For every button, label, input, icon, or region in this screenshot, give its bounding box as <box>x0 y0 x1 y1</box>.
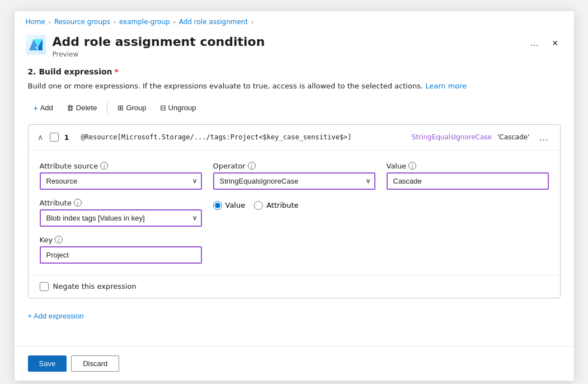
radio-value-text: Value <box>225 201 246 209</box>
radio-attribute-input[interactable] <box>254 201 263 210</box>
expression-body: Attribute source i Resource Environment … <box>29 151 560 275</box>
negate-row: Negate this expression <box>40 282 549 291</box>
required-indicator: * <box>115 67 119 76</box>
expression-code: @Resource[Microsoft.Storage/.../tags:Pro… <box>81 133 406 141</box>
content-area: 2. Build expression * Build one or more … <box>15 67 574 346</box>
title-group: Add role assignment condition Preview <box>53 35 265 58</box>
key-info-icon[interactable]: i <box>55 236 63 243</box>
key-input[interactable] <box>40 246 202 264</box>
ungroup-icon: ⊟ <box>160 104 166 112</box>
dialog-container: Home › Resource groups › example-group ›… <box>15 11 574 381</box>
group-label: Group <box>126 104 146 112</box>
group-button[interactable]: ⊞ Group <box>112 101 152 115</box>
attribute-source-label: Attribute source i <box>40 162 202 170</box>
learn-more-link[interactable]: Learn more <box>425 82 467 90</box>
add-label: Add <box>40 104 53 112</box>
collapse-button[interactable]: ∧ <box>36 132 44 143</box>
key-label: Key i <box>40 236 202 244</box>
breadcrumb: Home › Resource groups › example-group ›… <box>15 11 574 30</box>
breadcrumb-chevron-2: › <box>114 19 116 25</box>
group-icon: ⊞ <box>117 104 124 112</box>
attribute-field: Attribute i Blob index tags [Values in k… <box>40 199 202 227</box>
header-actions: ... × <box>526 35 563 51</box>
expression-value: 'Cascade' <box>497 133 530 141</box>
attribute-source-info-icon[interactable]: i <box>100 162 108 170</box>
operator-select[interactable]: StringEqualsIgnoreCase StringEquals Stri… <box>213 172 375 190</box>
expression-footer: Negate this expression <box>29 275 560 298</box>
attribute-label: Attribute i <box>40 199 202 207</box>
expression-number: 1 <box>64 133 76 142</box>
breadcrumb-chevron-4: › <box>251 19 253 25</box>
form-col-right: Value i <box>387 162 549 264</box>
ungroup-button[interactable]: ⊟ Ungroup <box>154 101 202 115</box>
azure-icon <box>26 35 46 55</box>
operator-field: Operator i StringEqualsIgnoreCase String… <box>213 162 375 190</box>
breadcrumb-home[interactable]: Home <box>26 18 45 26</box>
breadcrumb-add-role[interactable]: Add role assignment <box>179 18 248 26</box>
value-input[interactable] <box>387 172 549 190</box>
discard-button[interactable]: Discard <box>71 355 119 372</box>
form-grid: Attribute source i Resource Environment … <box>40 162 549 264</box>
preview-label: Preview <box>53 50 265 58</box>
operator-info-icon[interactable]: i <box>248 162 256 170</box>
negate-label: Negate this expression <box>53 282 137 291</box>
dialog-footer: Save Discard <box>15 346 574 381</box>
delete-button[interactable]: 🗑 Delete <box>61 101 103 115</box>
operator-label: Operator i <box>213 162 375 170</box>
key-field: Key i <box>40 236 202 264</box>
header-left: Add role assignment condition Preview <box>26 35 265 58</box>
add-button[interactable]: + Add <box>28 101 59 115</box>
attribute-wrapper: Blob index tags [Values in key] Blob ind… <box>40 209 202 227</box>
expression-checkbox[interactable] <box>50 133 59 142</box>
expression-header: ∧ 1 @Resource[Microsoft.Storage/.../tags… <box>29 125 560 151</box>
expression-card-1: ∧ 1 @Resource[Microsoft.Storage/.../tags… <box>28 124 561 298</box>
ellipsis-button[interactable]: ... <box>526 35 543 51</box>
plus-icon: + <box>34 104 38 113</box>
breadcrumb-chevron-3: › <box>173 19 176 25</box>
attribute-source-wrapper: Resource Environment Principal ∨ <box>40 172 202 190</box>
radio-group-field: Value Attribute <box>213 199 375 210</box>
toolbar-divider <box>107 102 107 114</box>
operator-wrapper: StringEqualsIgnoreCase StringEquals Stri… <box>213 172 375 190</box>
radio-attribute-text: Attribute <box>266 201 298 209</box>
close-button[interactable]: × <box>548 36 563 50</box>
attribute-select[interactable]: Blob index tags [Values in key] Blob ind… <box>40 209 202 227</box>
page-header: Add role assignment condition Preview ..… <box>15 30 574 67</box>
attribute-source-select[interactable]: Resource Environment Principal <box>40 172 202 190</box>
attribute-source-field: Attribute source i Resource Environment … <box>40 162 202 190</box>
section-title: 2. Build expression * <box>28 67 561 76</box>
form-col-left: Attribute source i Resource Environment … <box>40 162 202 264</box>
form-col-middle: Operator i StringEqualsIgnoreCase String… <box>213 162 375 264</box>
value-label: Value i <box>387 162 549 170</box>
section-description: Build one or more expressions. If the ex… <box>28 81 561 92</box>
trash-icon: 🗑 <box>67 104 74 112</box>
attribute-info-icon[interactable]: i <box>74 199 82 207</box>
negate-checkbox[interactable] <box>40 282 49 291</box>
ungroup-label: Ungroup <box>168 104 196 112</box>
value-field: Value i <box>387 162 549 190</box>
toolbar: + Add 🗑 Delete ⊞ Group ⊟ Ungroup <box>28 101 561 115</box>
expression-more-button[interactable]: … <box>535 130 552 144</box>
page-title: Add role assignment condition <box>53 35 265 49</box>
save-button[interactable]: Save <box>28 355 67 372</box>
breadcrumb-resource-groups[interactable]: Resource groups <box>54 18 110 26</box>
radio-attribute-label[interactable]: Attribute <box>254 201 298 210</box>
radio-group: Value Attribute <box>213 201 375 210</box>
radio-value-input[interactable] <box>213 201 222 210</box>
breadcrumb-example-group[interactable]: example-group <box>119 18 170 26</box>
delete-label: Delete <box>76 104 97 112</box>
add-expression-button[interactable]: + Add expression <box>28 307 84 329</box>
operator-badge: StringEqualsIgnoreCase <box>412 133 492 141</box>
value-info-icon[interactable]: i <box>408 162 416 170</box>
radio-value-label[interactable]: Value <box>213 201 246 210</box>
breadcrumb-chevron-1: › <box>49 19 51 25</box>
